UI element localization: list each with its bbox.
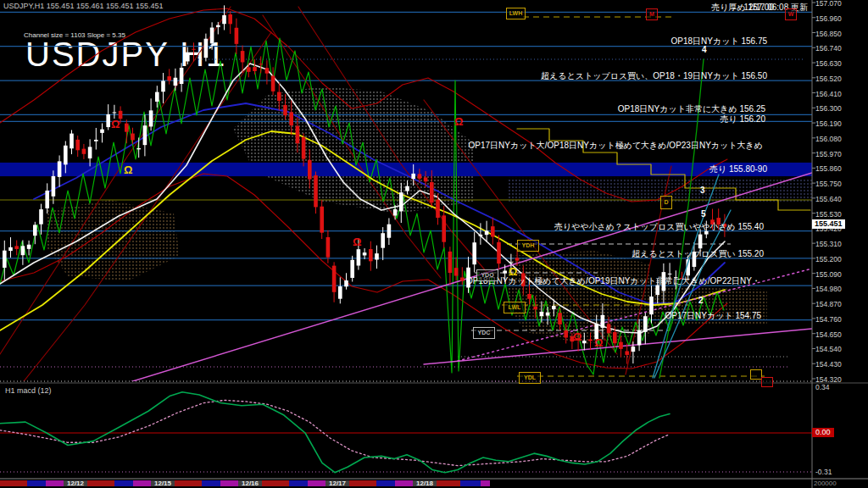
volume-label: 200000 (814, 480, 837, 487)
current-price-tag: 155.451 (812, 219, 845, 229)
macd-zero-tag: 0.00 (812, 428, 834, 437)
macd-scale-bottom: -0.31 (815, 468, 832, 476)
chart-canvas[interactable] (0, 0, 868, 488)
update-timestamp: 12/17 06:08 更新 (743, 2, 808, 14)
macd-scale-top: 0.34 (815, 383, 830, 391)
quote-bar: USDJPY,H1 155.451 155.461 155.451 155.45… (3, 2, 164, 10)
mt4-chart-window: USDJPY H1 USDJPY,H1 155.451 155.461 155.… (0, 0, 868, 488)
macd-indicator-label: H1 macd (12) (5, 386, 52, 395)
channel-info-label: Channel size = 1103 Slope = 5.35 (24, 31, 125, 39)
